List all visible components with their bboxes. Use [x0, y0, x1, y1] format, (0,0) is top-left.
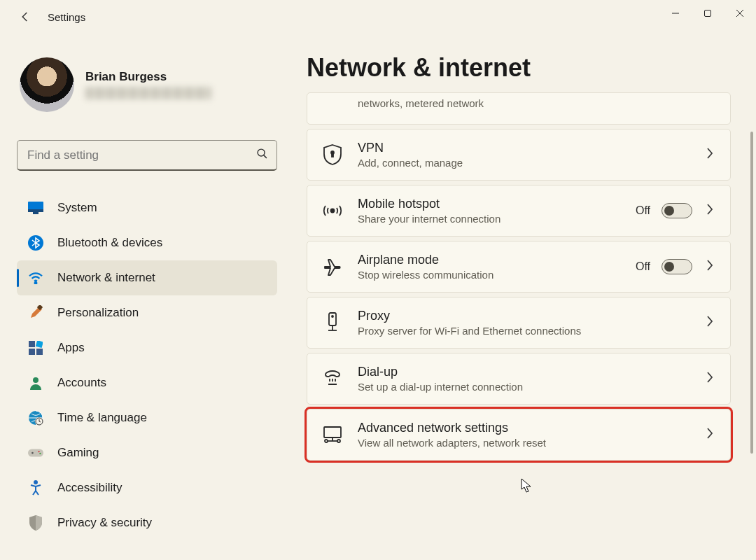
svg-point-24 — [34, 481, 37, 484]
profile-email-redacted — [85, 87, 211, 99]
card-title: Advanced network settings — [358, 421, 688, 435]
gamepad-icon — [28, 445, 43, 461]
apps-icon — [28, 340, 43, 356]
card-subtitle: networks, metered network — [358, 97, 716, 109]
sidebar-item-label: Bluetooth & devices — [57, 236, 162, 250]
hotspot-toggle[interactable] — [662, 203, 692, 218]
card-title: Airplane mode — [358, 253, 620, 267]
settings-card-list: networks, metered network VPN Add, conne… — [307, 92, 731, 461]
card-subtitle: Proxy server for Wi-Fi and Ethernet conn… — [358, 325, 688, 337]
sidebar-item-label: Time & language — [57, 411, 147, 425]
spacer-icon — [323, 93, 342, 113]
svg-rect-20 — [28, 449, 43, 457]
settings-card-proxy[interactable]: Proxy Proxy server for Wi-Fi and Etherne… — [307, 297, 731, 349]
sidebar-item-bluetooth[interactable]: Bluetooth & devices — [17, 225, 277, 260]
hotspot-icon — [323, 201, 342, 220]
toggle-state-label: Off — [636, 204, 650, 217]
svg-point-23 — [39, 453, 41, 454]
sidebar-item-accessibility[interactable]: Accessibility — [17, 470, 277, 505]
settings-card-mobile-hotspot[interactable]: Mobile hotspot Share your internet conne… — [307, 185, 731, 237]
card-title: Dial-up — [358, 365, 688, 379]
svg-rect-12 — [29, 341, 35, 347]
chevron-right-icon — [704, 148, 716, 162]
mouse-cursor-icon — [521, 478, 532, 493]
page-title: Network & internet — [307, 53, 731, 83]
svg-point-22 — [38, 451, 39, 452]
card-subtitle: Add, connect, manage — [358, 157, 688, 169]
svg-point-10 — [35, 282, 37, 284]
sidebar-nav: System Bluetooth & devices Network & int… — [17, 190, 277, 540]
maximize-button[interactable] — [692, 0, 724, 27]
profile-block[interactable]: Brian Burgess — [17, 57, 277, 112]
svg-point-27 — [331, 209, 335, 213]
airplane-toggle[interactable] — [662, 259, 692, 274]
settings-card-advanced-network[interactable]: Advanced network settings View all netwo… — [307, 409, 731, 461]
card-subtitle: Share your internet connection — [358, 213, 620, 225]
settings-card-vpn[interactable]: VPN Add, connect, manage — [307, 129, 731, 181]
back-button[interactable] — [14, 6, 36, 28]
sidebar-item-label: Personalization — [57, 306, 139, 320]
sidebar-item-network[interactable]: Network & internet — [17, 260, 277, 295]
globe-clock-icon — [28, 410, 43, 426]
vpn-shield-icon — [323, 145, 342, 164]
card-title: VPN — [358, 141, 688, 155]
svg-rect-32 — [324, 427, 341, 438]
sidebar-item-system[interactable]: System — [17, 190, 277, 225]
card-title: Mobile hotspot — [358, 197, 620, 211]
accessibility-icon — [28, 480, 43, 496]
sidebar-item-privacy[interactable]: Privacy & security — [17, 505, 277, 540]
sidebar-item-label: Network & internet — [57, 271, 155, 285]
svg-rect-26 — [332, 153, 333, 157]
svg-rect-28 — [329, 313, 336, 326]
paintbrush-icon — [28, 305, 43, 321]
minimize-button[interactable] — [659, 0, 692, 27]
main-scrollbar[interactable] — [750, 132, 753, 454]
svg-rect-8 — [33, 212, 38, 214]
sidebar-item-label: Accounts — [57, 376, 106, 390]
settings-card-airplane-mode[interactable]: Airplane mode Stop wireless communicatio… — [307, 241, 731, 293]
avatar — [20, 57, 74, 112]
sidebar-item-apps[interactable]: Apps — [17, 330, 277, 365]
card-subtitle: View all network adapters, network reset — [358, 437, 688, 449]
search-box[interactable] — [17, 140, 277, 171]
sidebar-item-label: Accessibility — [57, 481, 122, 495]
main-content: Network & internet networks, metered net… — [287, 34, 756, 560]
sidebar-item-time-language[interactable]: Time & language — [17, 400, 277, 435]
sidebar-item-gaming[interactable]: Gaming — [17, 435, 277, 470]
sidebar-item-accounts[interactable]: Accounts — [17, 365, 277, 400]
card-title: Proxy — [358, 309, 688, 323]
sidebar-item-personalization[interactable]: Personalization — [17, 295, 277, 330]
svg-point-35 — [325, 440, 328, 442]
svg-point-4 — [258, 149, 265, 156]
svg-point-29 — [332, 316, 333, 317]
card-subtitle: Stop wireless communication — [358, 269, 620, 281]
settings-card-dialup[interactable]: Dial-up Set up a dial-up internet connec… — [307, 353, 731, 405]
search-icon — [256, 148, 268, 162]
svg-rect-13 — [36, 341, 43, 348]
card-subtitle: Set up a dial-up internet connection — [358, 381, 688, 393]
sidebar-item-label: Privacy & security — [57, 516, 152, 530]
svg-rect-1 — [705, 10, 711, 17]
bluetooth-icon — [28, 235, 43, 251]
toggle-state-label: Off — [636, 260, 650, 273]
svg-rect-14 — [29, 349, 35, 355]
phone-icon — [323, 369, 342, 388]
window-title: Settings — [48, 11, 85, 23]
titlebar: Settings — [0, 0, 756, 34]
svg-rect-15 — [36, 349, 43, 355]
monitor-network-icon — [323, 425, 342, 444]
system-icon — [28, 200, 43, 216]
settings-card-partial[interactable]: networks, metered network — [307, 92, 731, 125]
close-button[interactable] — [724, 0, 756, 27]
shield-icon — [28, 515, 43, 531]
chevron-right-icon — [704, 316, 716, 330]
chevron-right-icon — [704, 428, 716, 442]
svg-rect-7 — [28, 209, 43, 212]
wifi-icon — [28, 270, 43, 286]
svg-point-16 — [33, 377, 38, 383]
chevron-right-icon — [704, 260, 716, 274]
sidebar: Brian Burgess System Bluetooth & devi — [0, 34, 287, 560]
sidebar-item-label: System — [57, 201, 97, 215]
sidebar-item-label: Gaming — [57, 446, 99, 460]
search-input[interactable] — [27, 148, 256, 162]
